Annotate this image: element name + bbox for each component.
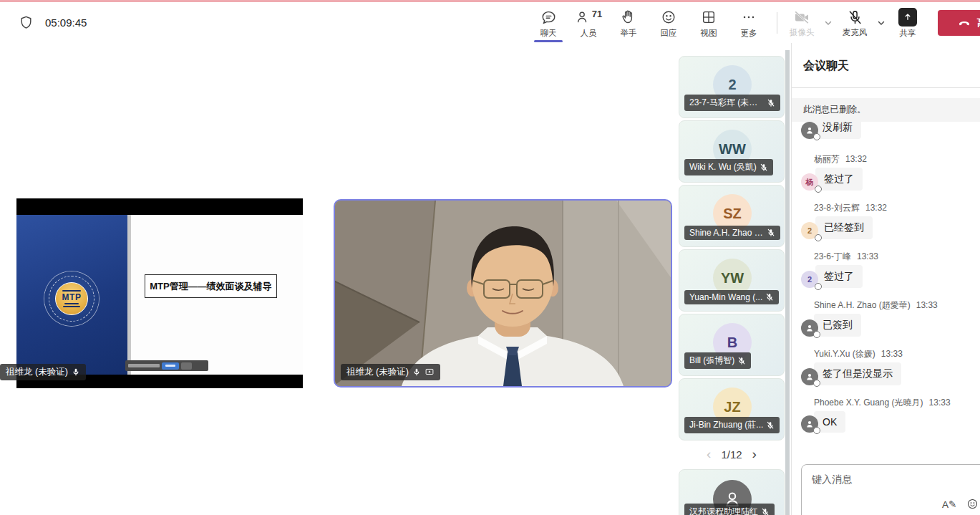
message-time: 13:33 (857, 251, 878, 261)
mic-muted-small-icon (761, 508, 770, 515)
participant-count: 71 (592, 9, 602, 19)
tab-chat-label: 聊天 (540, 29, 557, 37)
roster-tile[interactable]: 2 23-7-马彩珲 (未验... (679, 56, 785, 118)
presence-indicator (813, 331, 820, 338)
participant-name: Shine A.H. Zhao (... (689, 228, 764, 238)
participant-name: 汉邦课程助理陆红 (689, 506, 758, 515)
participant-name-chip: 汉邦课程助理陆红 (684, 504, 775, 515)
camera-button[interactable]: 摄像头 (785, 2, 819, 43)
presence-indicator (815, 283, 822, 290)
tab-more-label: 更多 (741, 29, 757, 37)
slide-title: MTP管理——绩效面谈及辅导 (150, 280, 271, 293)
mtp-course-badge: MTP (44, 271, 99, 326)
mic-muted-icon (847, 9, 863, 26)
person-avatar-icon (801, 415, 818, 433)
emoji-icon[interactable] (966, 498, 979, 510)
slide-notification-bar (125, 360, 208, 371)
mic-muted-small-icon (765, 293, 774, 302)
participant-name-chip: Wiki K. Wu (吳凱) (684, 159, 773, 175)
camera-off-icon (793, 9, 810, 26)
meeting-timer: 05:09:45 (45, 16, 87, 29)
toolbar-device-group: 摄像头 麦克风 共享 (785, 2, 980, 43)
participant-name: Ji-Bin Zhuang (莊... (689, 419, 763, 431)
roster-tile[interactable]: B Bill (張博智) (679, 314, 785, 376)
share-button[interactable]: 共享 (891, 2, 925, 43)
roster-pager: ‹ 1/12 › (679, 444, 785, 464)
microphone-options-chevron[interactable] (875, 2, 888, 43)
active-speaker-tile[interactable]: 祖维龙 (未验证) (334, 199, 672, 388)
presence-indicator (813, 427, 820, 434)
message-author: Yuki.Y.Xu (徐媛) (814, 349, 875, 359)
person-avatar-icon (801, 122, 818, 139)
participant-name: Yuan-Min Wang (... (689, 292, 762, 302)
share-icon (898, 8, 917, 27)
message-time: 13:33 (881, 349, 903, 359)
speaker-name-chip: 祖维龙 (未验证) (341, 364, 440, 380)
microphone-button[interactable]: 麦克风 (838, 2, 872, 43)
person-avatar-icon (801, 319, 818, 337)
chat-message-bubble: 已簽到 (814, 314, 861, 337)
toolbar-tabs: 聊天 71 人员 举手 回 (528, 2, 769, 43)
tab-raise-hand[interactable]: 举手 (608, 2, 649, 43)
presence-indicator (813, 380, 820, 387)
tab-react[interactable]: 回应 (649, 2, 689, 43)
mic-muted-small-icon (767, 228, 775, 237)
chat-message-group: 23-8-刘云辉13:32 2 已经签到 (792, 202, 980, 239)
chat-header-divider (792, 87, 980, 88)
tab-more[interactable]: 更多 (729, 2, 769, 43)
leave-label: 离开 (977, 16, 980, 29)
mic-muted-small-icon (737, 357, 746, 365)
presence-indicator (813, 133, 820, 140)
mic-on-icon (412, 367, 421, 377)
shared-slide: MTP MTP管理——绩效面谈及辅导 (16, 215, 303, 375)
person-avatar-icon (801, 368, 818, 385)
roster-tile[interactable]: SZ Shine A.H. Zhao (... (679, 185, 785, 247)
presenter-name-chip: 祖维龙 (未验证) (0, 364, 86, 380)
tab-raise-hand-label: 举手 (621, 29, 637, 37)
participant-name-chip: Bill (張博智) (684, 352, 751, 369)
tab-chat[interactable]: 聊天 (528, 2, 568, 43)
people-icon (575, 9, 591, 25)
toast-primary-button (162, 362, 179, 370)
roster-tile[interactable]: JZ Ji-Bin Zhuang (莊... (679, 378, 785, 441)
leave-button[interactable]: 离开 (938, 10, 980, 36)
roster-tile-clipped[interactable]: 汉邦课程助理陆红 (679, 469, 785, 515)
chat-message-bubble: 签过了 (815, 265, 863, 288)
message-author: Phoebe X.Y. Guang (光曉月) (814, 398, 923, 408)
roster-tile[interactable]: YW Yuan-Min Wang (... (679, 249, 785, 312)
share-label: 共享 (900, 29, 916, 37)
roster-prev-page-button[interactable]: ‹ (705, 447, 712, 461)
presenter-name: 祖维龙 (未验证) (6, 366, 68, 378)
mic-muted-small-icon (767, 99, 775, 107)
microphone-label: 麦克风 (843, 28, 868, 37)
chat-message-bubble: 签了但是没显示 (814, 362, 901, 385)
tab-view[interactable]: 视图 (689, 2, 729, 43)
chat-message-group: Shine A.H. Zhao (趙愛華)13:33 已簽到 (792, 299, 980, 337)
message-author: 23-6-丁峰 (814, 251, 851, 261)
roster-tile[interactable]: WW Wiki K. Wu (吳凱) (679, 120, 785, 183)
mic-muted-small-icon (760, 163, 768, 172)
presenting-indicator-icon (424, 367, 435, 377)
security-shield-icon[interactable] (19, 15, 34, 30)
phone-hangup-icon (957, 16, 971, 30)
view-grid-icon (701, 8, 717, 27)
participant-name: 23-7-马彩珲 (未验... (689, 97, 764, 109)
participant-name: Bill (張博智) (689, 355, 734, 367)
slide-title-box: MTP管理——绩效面谈及辅导 (145, 274, 277, 298)
roster-next-page-button[interactable]: › (751, 447, 758, 461)
format-icon[interactable]: A✎ (942, 499, 956, 510)
tab-people[interactable]: 71 人员 (568, 2, 608, 43)
toolbar-left-group: 05:09:45 (19, 2, 87, 43)
chat-message-group: Yuki.Y.Xu (徐媛)13:33 签了但是没显示 (792, 348, 980, 385)
roster-scrollbar[interactable] (785, 50, 790, 515)
message-author: 杨丽芳 (814, 154, 840, 164)
camera-options-chevron[interactable] (822, 2, 835, 43)
message-author: Shine A.H. Zhao (趙愛華) (814, 300, 911, 310)
screenshare-tile[interactable]: MTP MTP管理——绩效面谈及辅导 祖维龙 (未验证) (16, 198, 303, 388)
teams-meeting-window: 05:09:45 聊天 71 人员 (0, 0, 980, 515)
message-time: 13:33 (929, 398, 951, 408)
mic-on-icon (72, 367, 80, 377)
message-deleted-banner: 此消息已删除。 (792, 98, 980, 122)
presence-indicator (815, 234, 822, 241)
chat-message-group: Phoebe X.Y. Guang (光曉月)13:33 OK (792, 397, 980, 433)
